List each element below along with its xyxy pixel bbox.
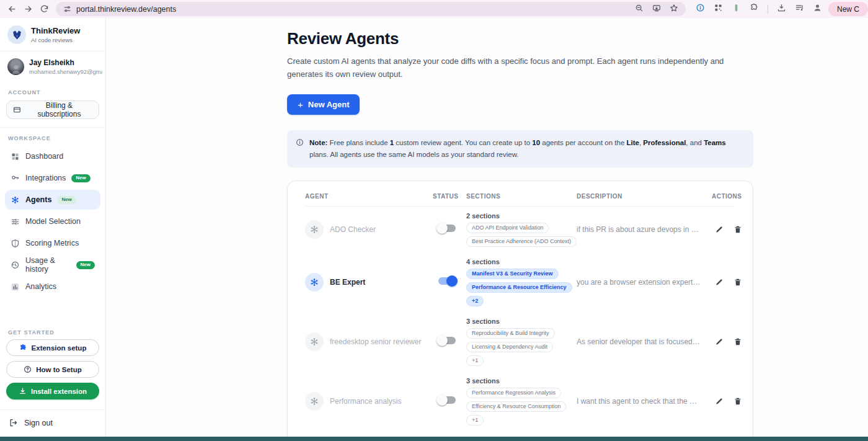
agent-name: ADO Checker [330, 225, 376, 234]
info-icon [296, 137, 304, 161]
download-icon [19, 387, 27, 395]
agent-description: As senior developer that is focused on f… [577, 337, 712, 346]
more-sections-chip: +2 [466, 296, 484, 306]
edit-agent-button[interactable] [712, 334, 727, 349]
zoom-icon[interactable] [635, 4, 644, 15]
url-bar[interactable]: portal.thinkreview.dev/agents [56, 2, 686, 16]
sidebar-item-integrations[interactable]: Integrations New [5, 168, 100, 188]
section-chip: Performance & Resource Efficiency [466, 282, 572, 293]
new-agent-button[interactable]: + New Agent [287, 94, 360, 115]
brand-tagline: AI code reviews [31, 37, 80, 43]
sections-count: 3 sections [466, 377, 500, 385]
edit-agent-button[interactable] [712, 394, 727, 409]
more-sections-chip: +1 [466, 415, 484, 425]
sidebar-item-model-selection[interactable]: Model Selection [5, 212, 100, 231]
agents-table-body: ADO Checker 2 sections ADO API Endpoint … [305, 207, 735, 437]
sections-cell: 4 sections Manifest V3 & Security Review… [466, 258, 577, 306]
toolbar-divider [768, 5, 768, 14]
get-started-section-label: GET STARTED [0, 322, 105, 339]
extensions-area [696, 3, 822, 15]
credit-card-icon [13, 105, 21, 114]
sign-out-button[interactable]: Sign out [0, 409, 105, 437]
sections-count: 4 sections [466, 258, 500, 265]
agent-name: freedesktop senior reviewer [330, 337, 421, 346]
sign-out-icon [9, 418, 18, 427]
bar-chart-icon [11, 282, 20, 292]
url-text[interactable]: portal.thinkreview.dev/agents [76, 5, 176, 14]
puzzle-icon [19, 344, 27, 352]
section-chip: Reproducibility & Build Integrity [466, 328, 555, 339]
billing-subscriptions-button[interactable]: Billing & subscriptions [6, 100, 99, 119]
plus-icon: + [298, 100, 303, 109]
sidebar-item-usage-history[interactable]: Usage & history New [5, 255, 100, 275]
reload-icon[interactable] [36, 2, 52, 17]
user-avatar [7, 58, 24, 75]
reading-list-icon[interactable] [795, 3, 804, 15]
downloads-icon[interactable] [777, 3, 786, 15]
edit-agent-button[interactable] [712, 275, 727, 290]
delete-agent-button[interactable] [730, 275, 745, 290]
sliders-icon [11, 217, 20, 226]
sidebar-item-analytics[interactable]: Analytics [5, 277, 100, 296]
page-subtitle: Create custom AI agents that analyze you… [287, 55, 746, 81]
new-chrome-button[interactable]: New C [828, 2, 868, 16]
workspace-section-label: WORKSPACE [0, 128, 105, 145]
edit-agent-button[interactable] [712, 222, 727, 237]
history-clock-icon [11, 261, 20, 270]
how-to-setup-button[interactable]: How to Setup [6, 361, 99, 378]
table-header-row: AGENT STATUS SECTIONS DESCRIPTION ACTION… [305, 184, 735, 207]
bookmark-star-icon[interactable] [670, 4, 678, 15]
brand: ThinkReview AI code reviews [0, 18, 105, 51]
section-chip: Best Practice Adherence (ADO Context) [466, 236, 577, 247]
password-manager-extension-icon[interactable] [696, 3, 705, 15]
table-row: freedesktop senior reviewer 3 sections R… [305, 312, 735, 372]
table-row: ADO Checker 2 sections ADO API Endpoint … [305, 207, 735, 252]
sidebar-item-agents[interactable]: Agents New [5, 190, 100, 210]
extensions-puzzle-icon[interactable] [750, 3, 759, 15]
col-header-agent: AGENT [305, 193, 433, 200]
status-toggle[interactable] [436, 334, 458, 347]
delete-agent-button[interactable] [730, 394, 745, 409]
install-extension-button[interactable]: Install extension [6, 383, 99, 399]
key-icon [11, 174, 20, 183]
sidebar-item-dashboard[interactable]: Dashboard [5, 146, 100, 166]
user-email: mohamed.shenawy92@gmail.... [29, 68, 102, 75]
account-section-label: ACCOUNT [0, 82, 105, 99]
section-chip: Licensing & Dependency Audit [466, 342, 553, 352]
col-header-description: DESCRIPTION [577, 193, 712, 200]
bottom-accent-bar [0, 437, 868, 441]
trash-icon [733, 337, 742, 346]
col-header-status: STATUS [433, 193, 466, 200]
site-info-icon[interactable] [63, 5, 71, 13]
delete-agent-button[interactable] [730, 222, 745, 237]
agent-molecule-icon [305, 220, 324, 239]
status-toggle[interactable] [436, 222, 458, 234]
pencil-icon [715, 337, 724, 346]
agent-name: Performance analysis [330, 397, 401, 406]
status-toggle[interactable] [436, 394, 458, 406]
qr-extension-icon[interactable] [714, 3, 723, 15]
agent-description: if this PR is about azure devops in anyw… [577, 225, 712, 234]
col-header-sections: SECTIONS [466, 193, 577, 200]
question-circle-icon [24, 365, 32, 373]
agent-molecule-icon [305, 392, 324, 411]
forward-icon[interactable] [20, 2, 36, 17]
table-row: BE Expert 4 sections Manifest V3 & Secur… [305, 252, 735, 312]
pill-extension-icon[interactable] [732, 3, 741, 15]
new-badge: New [71, 174, 90, 182]
extension-setup-button[interactable]: Extension setup [6, 339, 99, 356]
delete-agent-button[interactable] [730, 334, 745, 349]
table-row: Performance analysis 3 sections Performa… [305, 372, 735, 431]
profile-avatar-icon[interactable] [813, 3, 822, 15]
status-toggle[interactable] [436, 275, 458, 287]
sidebar-item-scoring-metrics[interactable]: Scoring Metrics [5, 233, 100, 253]
section-chip: Manifest V3 & Security Review [466, 269, 559, 279]
col-header-actions: ACTIONS [712, 193, 742, 200]
note-text: Note: Free plans include 1 custom review… [309, 137, 745, 161]
agent-description: I want this agent to check that the chan… [577, 397, 712, 406]
shield-icon [11, 239, 20, 248]
save-share-icon[interactable] [652, 4, 661, 15]
trash-icon [733, 278, 742, 287]
browser-toolbar: portal.thinkreview.dev/agents [0, 0, 868, 18]
back-icon[interactable] [4, 2, 20, 17]
